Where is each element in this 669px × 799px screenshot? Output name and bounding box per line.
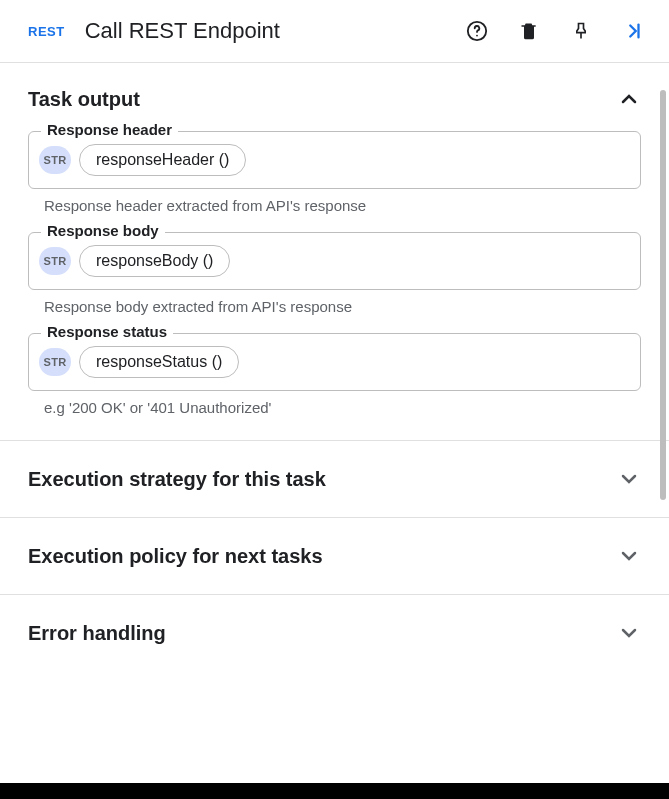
pin-icon[interactable]	[569, 19, 593, 43]
scrollbar-thumb[interactable]	[660, 90, 666, 500]
variable-chip[interactable]: responseHeader ()	[79, 144, 246, 176]
helper-text: e.g '200 OK' or '401 Unauthorized'	[44, 399, 641, 416]
collapse-panel-icon[interactable]	[621, 19, 645, 43]
header-actions	[465, 19, 645, 43]
help-icon[interactable]	[465, 19, 489, 43]
chevron-down-icon	[617, 544, 641, 568]
section-exec-strategy: Execution strategy for this task	[0, 440, 669, 517]
chevron-down-icon	[617, 467, 641, 491]
section-task-output: Task output Response header STR response…	[0, 62, 669, 440]
field-box[interactable]: Response header STR responseHeader ()	[28, 131, 641, 189]
variable-chip[interactable]: responseBody ()	[79, 245, 230, 277]
section-header-error-handling[interactable]: Error handling	[28, 621, 641, 645]
footer-bar	[0, 783, 669, 799]
section-title: Task output	[28, 88, 140, 111]
type-badge: STR	[39, 146, 71, 174]
page-title: Call REST Endpoint	[85, 18, 449, 44]
scrollbar-track[interactable]	[660, 90, 666, 779]
delete-icon[interactable]	[517, 19, 541, 43]
panel-header: REST Call REST Endpoint	[0, 0, 669, 62]
section-error-handling: Error handling	[0, 594, 669, 671]
type-badge: STR	[39, 247, 71, 275]
section-header-exec-strategy[interactable]: Execution strategy for this task	[28, 467, 641, 491]
rest-badge: REST	[28, 24, 65, 39]
section-title: Execution strategy for this task	[28, 468, 326, 491]
section-exec-policy: Execution policy for next tasks	[0, 517, 669, 594]
field-response-body: Response body STR responseBody () Respon…	[28, 232, 641, 315]
field-legend: Response header	[41, 121, 178, 138]
section-header-task-output[interactable]: Task output	[28, 87, 641, 111]
helper-text: Response header extracted from API's res…	[44, 197, 641, 214]
section-title: Error handling	[28, 622, 166, 645]
helper-text: Response body extracted from API's respo…	[44, 298, 641, 315]
section-header-exec-policy[interactable]: Execution policy for next tasks	[28, 544, 641, 568]
field-legend: Response status	[41, 323, 173, 340]
field-box[interactable]: Response body STR responseBody ()	[28, 232, 641, 290]
field-response-header: Response header STR responseHeader () Re…	[28, 131, 641, 214]
field-legend: Response body	[41, 222, 165, 239]
section-title: Execution policy for next tasks	[28, 545, 323, 568]
variable-chip[interactable]: responseStatus ()	[79, 346, 239, 378]
chevron-up-icon	[617, 87, 641, 111]
field-response-status: Response status STR responseStatus () e.…	[28, 333, 641, 416]
field-box[interactable]: Response status STR responseStatus ()	[28, 333, 641, 391]
type-badge: STR	[39, 348, 71, 376]
chevron-down-icon	[617, 621, 641, 645]
task-output-body: Response header STR responseHeader () Re…	[28, 131, 641, 416]
svg-point-1	[476, 35, 478, 37]
